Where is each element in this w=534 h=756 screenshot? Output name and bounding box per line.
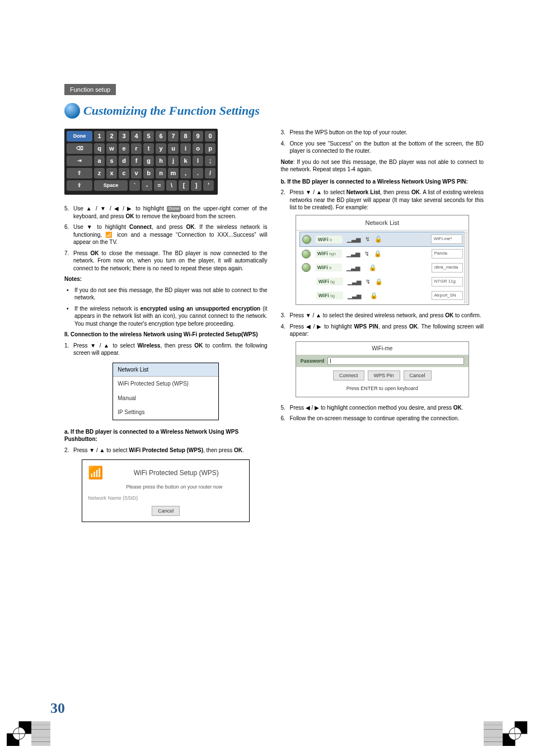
lock-icon: 🔒 (370, 292, 378, 300)
network-name: WiFi-me* (431, 234, 462, 244)
key: f (131, 156, 142, 166)
key: 8 (180, 131, 191, 142)
b-step-3: 3. Press ▼ / ▲ to select the desired wir… (281, 312, 484, 320)
registration-mark-right (484, 721, 527, 746)
key-space: Space (94, 180, 128, 191)
step-6: 6. Use ▼ to highlight Connect, and press… (64, 223, 268, 246)
wifime-title: WiFi-me (296, 342, 469, 355)
password-label: Password (301, 358, 325, 364)
ssid-label: Network Name (SSID) (88, 495, 243, 501)
key: g (143, 156, 154, 166)
key: c (119, 168, 129, 179)
key: x (106, 168, 117, 179)
network-row: WiFi bg▁▃▅↯🔒NTGR 11g (299, 275, 465, 289)
key: ` (129, 180, 140, 191)
key: k (180, 156, 191, 166)
ssid-label: WiFi bg (316, 292, 343, 299)
note-1: •If you do not see this message, the BD … (64, 287, 268, 302)
signal-bars-icon: ▁▃▅ (348, 278, 361, 286)
key: r (131, 143, 142, 154)
key: t (143, 143, 154, 154)
keyboard-hint: Press ENTER to open keyboard (296, 384, 469, 396)
done-chip-icon: Done (167, 206, 181, 212)
key-done: Done (67, 131, 92, 142)
ssid-label: WiFi bg (316, 278, 343, 285)
password-field (327, 357, 463, 365)
b-step-6: 6.Follow the on-screen message to contin… (281, 415, 484, 422)
signal-bars-icon: ▁▃▅ (346, 250, 360, 258)
key: 2 (106, 131, 117, 142)
right-note: Note: If you do not see this message, th… (281, 158, 484, 173)
ssid-label: WiFi b (315, 264, 342, 271)
lock-icon: 🔓 (374, 235, 382, 243)
key-backspace: ⌫ (67, 143, 92, 154)
key: 1 (94, 131, 105, 142)
menu-network-list: Network List (113, 363, 218, 377)
network-row: WiFi bgn▁▃▅↯🔒Panda (299, 247, 465, 261)
b-step-4: 4. Press ◀ / ▶ to highlight WPS PIN, and… (281, 323, 484, 338)
ssid-label: WiFi bgn (315, 250, 342, 257)
key: 9 (193, 131, 203, 142)
wps-dialog: 📶 WiFi Protected Setup (WPS) Please pres… (82, 459, 250, 522)
signal-bars-icon: ▁▃▅ (347, 235, 360, 243)
menu-wps: WiFi Protected Setup (WPS) (113, 377, 218, 391)
right-step-4: 4.Once you see “Success” on the button a… (281, 140, 484, 155)
ssid-label: WiFi b (316, 236, 343, 243)
step-5: 5. Use ▲ / ▼ / ◀ / ▶ to highlight Done o… (64, 205, 268, 220)
key: , (180, 168, 191, 179)
key: = (154, 180, 165, 191)
key: / (205, 168, 216, 179)
key: p (205, 143, 216, 154)
section-header: Function setup (64, 84, 116, 95)
b-step-2: 2. Press ▼ / ▲ to select Network List, t… (281, 189, 484, 212)
registration-mark-left (7, 721, 50, 746)
key: v (131, 168, 142, 179)
ii-step-1: 1. Press ▼ / ▲ to select Wireless, then … (64, 342, 268, 357)
lock-icon: 🔒 (374, 250, 382, 258)
subsection-b-heading: b. If the BD player is connected to a Wi… (281, 178, 484, 186)
note-2: • If the wireless network is encrypted u… (64, 305, 268, 328)
page-number: 30 (50, 700, 65, 717)
wps-icon: ↯ (364, 250, 369, 258)
lock-icon: 🔒 (375, 278, 383, 286)
key: 5 (143, 131, 154, 142)
key: [ (179, 180, 189, 191)
key: 7 (168, 131, 179, 142)
section-ii-heading: II. Connection to the wireless Network u… (64, 331, 268, 339)
wifi-password-dialog: WiFi-me Password Connect WPS Pin Cancel … (296, 341, 469, 397)
network-name: NTGR 11g (432, 277, 463, 287)
key: u (168, 143, 179, 154)
globe-icon (302, 235, 311, 244)
key: e (119, 143, 129, 154)
title-sphere-icon (64, 103, 80, 119)
key: b (143, 168, 154, 179)
network-name: dlink_media (432, 263, 463, 273)
wps-pin-button: WPS Pin (368, 370, 400, 381)
wps-title: WiFi Protected Setup (WPS) (109, 468, 243, 477)
key: j (168, 156, 179, 166)
key: . (193, 168, 203, 179)
key: s (106, 156, 117, 166)
key: h (156, 156, 166, 166)
globe-icon (302, 263, 311, 272)
wps-icon: ↯ (365, 235, 370, 243)
signal-bars-icon: ▁▃▅ (348, 292, 361, 300)
network-name: Panda (432, 249, 463, 259)
step-7: 7. Press OK to close the message. The BD… (64, 250, 268, 273)
cancel-button: Cancel (152, 506, 180, 516)
key-caps: ⇪ (67, 180, 92, 191)
key: m (168, 168, 179, 179)
network-name: Airport_SN (432, 291, 463, 300)
a-step-2: 2. Press ▼ / ▲ to select WiFi Protected … (64, 447, 268, 454)
key-shift: ⇧ (67, 168, 92, 179)
key: a (94, 156, 105, 166)
wps-subtitle: Please press the button on your router n… (105, 483, 243, 490)
key: n (156, 168, 166, 179)
right-step-3: 3.Press the WPS button on the top of you… (281, 129, 484, 137)
key: ' (203, 180, 214, 191)
wps-icon: ↯ (366, 278, 371, 286)
menu-ip-settings: IP Settings (113, 405, 218, 420)
globe-icon (302, 250, 311, 259)
lock-icon: 🔒 (369, 264, 377, 272)
network-row: WiFi b▁▃▅↯🔓WiFi-me* (299, 232, 465, 247)
